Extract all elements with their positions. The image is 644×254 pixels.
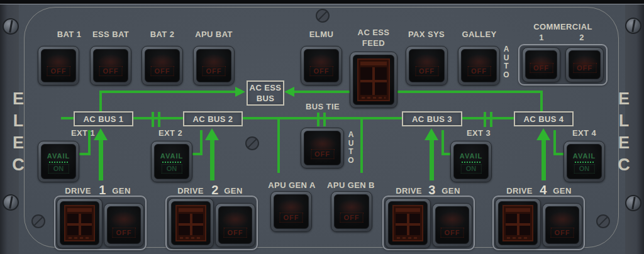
ext3-button-face: AVAIL ON <box>453 144 489 179</box>
window-panes <box>67 214 92 235</box>
bus-tie-button-face: OFF <box>304 131 341 165</box>
off-legend: OFF <box>441 228 464 238</box>
ac-ess-feed-button-face <box>353 55 394 105</box>
drive4-disconnect-button[interactable] <box>495 198 541 248</box>
unlit-lamp-glow <box>438 211 466 228</box>
ext1-button-face: AVAIL ON <box>41 144 76 179</box>
ac-ess-bus-text-line2: BUS <box>257 93 275 104</box>
apu-bat-button[interactable]: OFF <box>193 46 235 86</box>
window-pane <box>81 214 92 223</box>
elmu-button[interactable]: OFF <box>301 46 342 86</box>
gen3-button-face: OFF <box>435 206 469 244</box>
gen1-button[interactable]: OFF <box>104 203 144 247</box>
commercial-label: COMMERCIAL <box>533 22 592 31</box>
apu-gen-b-button[interactable]: OFF <box>331 191 372 232</box>
apu-gen-b-button-face: OFF <box>334 194 369 229</box>
drive2-disconnect-button[interactable] <box>168 198 214 248</box>
window-top-bar <box>179 208 203 212</box>
off-legend: OFF <box>310 66 333 76</box>
window-cover <box>175 205 206 241</box>
on-legend: ON <box>461 164 482 174</box>
window-top-bar <box>67 208 92 212</box>
drive1-label: DRIVE <box>65 186 91 196</box>
window-pane <box>396 226 407 235</box>
ac-ess-feed-label-line2: FEED <box>362 38 385 48</box>
pax-sys-button[interactable]: OFF <box>406 46 448 86</box>
window-panes <box>179 214 203 235</box>
gen1-feed-arrow-head <box>94 128 108 140</box>
window-bottom-dashes <box>180 237 202 239</box>
commercial-1-label: 1 <box>539 33 544 42</box>
window-pane <box>360 82 372 95</box>
ext4-label: EXT 4 <box>572 128 596 138</box>
edge-screw <box>625 18 641 34</box>
gen3-label: GEN <box>441 186 460 196</box>
ac-bus1-2-contactor-bar <box>158 112 160 127</box>
commercial-1-button[interactable]: OFF <box>522 47 560 82</box>
galley-label: GALLEY <box>462 30 496 39</box>
window-bottom-dashes <box>507 237 529 239</box>
ext2-button-face: AVAIL ON <box>154 144 189 179</box>
ess-feed-arrow-left <box>235 87 245 97</box>
window-top-bar <box>396 208 420 212</box>
commercial-2-button-face: OFF <box>569 50 601 79</box>
bat1-button[interactable]: OFF <box>38 46 79 86</box>
ac-bus1-2-contactor-bar <box>152 112 154 127</box>
avail-indicator-dots <box>162 162 181 163</box>
window-top-bar <box>506 208 530 212</box>
apu-gen-a-button[interactable]: OFF <box>270 191 312 232</box>
gen4-button[interactable]: OFF <box>542 203 582 247</box>
avail-indicator-dots <box>575 162 594 163</box>
avail-legend: AVAIL <box>460 152 482 160</box>
drive3-button-face <box>388 201 428 245</box>
avail-indicator-dots <box>462 162 480 163</box>
off-legend: OFF <box>311 149 334 159</box>
ac-bus-2-text: AC BUS 2 <box>193 114 233 124</box>
bus-tie-button[interactable]: OFF <box>301 128 344 168</box>
gen2-label: GEN <box>224 186 242 196</box>
ext3-power-button[interactable]: AVAIL ON <box>450 141 492 182</box>
commercial-1-button-face: OFF <box>525 50 557 79</box>
gen3-feed-arrow-shaft <box>430 140 434 180</box>
elec-panel-title-right: ELEC <box>616 88 631 176</box>
galley-button[interactable]: OFF <box>458 46 500 86</box>
apu-gen-a-feed-line <box>277 119 280 173</box>
drive1-disconnect-button[interactable] <box>57 198 103 248</box>
ext2-power-button[interactable]: AVAIL ON <box>151 141 192 182</box>
drive3-disconnect-button[interactable] <box>385 198 431 248</box>
ac-bus-4-text: AC BUS 4 <box>524 114 564 124</box>
drive1-button-face <box>60 201 99 245</box>
gen2-feed-arrow-head <box>205 128 219 140</box>
ess-feed-line-left-vertical <box>99 92 102 113</box>
window-pane <box>375 82 387 95</box>
slotted-screw <box>596 214 610 228</box>
window-pane <box>519 214 531 223</box>
commercial-2-button[interactable]: OFF <box>565 47 604 82</box>
elmu-button-face: OFF <box>304 49 339 82</box>
window-panes <box>396 214 420 235</box>
ac-bus-3-box: AC BUS 3 <box>402 111 462 126</box>
off-legend: OFF <box>203 66 226 76</box>
ac-ess-feed-button[interactable] <box>350 52 397 108</box>
off-legend: OFF <box>340 213 364 223</box>
bat2-button[interactable]: OFF <box>142 46 183 86</box>
screw-slot <box>599 217 608 226</box>
ext4-power-button[interactable]: AVAIL ON <box>564 141 605 182</box>
gen3-button[interactable]: OFF <box>432 203 472 247</box>
off-legend: OFF <box>99 66 123 76</box>
bus-tie-contactor-bar <box>323 113 326 126</box>
off-legend: OFF <box>280 213 303 223</box>
window-pane <box>192 214 204 223</box>
gen1-label: GEN <box>112 186 130 196</box>
window-bottom-dashes <box>362 97 386 99</box>
window-pane <box>81 226 92 235</box>
ext1-power-button[interactable]: AVAIL ON <box>38 141 79 182</box>
gen2-button[interactable]: OFF <box>215 203 255 247</box>
drive4-button-face <box>498 201 538 245</box>
window-cover <box>502 205 533 241</box>
panel-top-highlight <box>0 4 644 4</box>
off-legend: OFF <box>467 66 491 76</box>
off-legend: OFF <box>47 66 70 76</box>
gen4-button-face: OFF <box>545 206 579 244</box>
ess-bat-button[interactable]: OFF <box>90 46 131 86</box>
